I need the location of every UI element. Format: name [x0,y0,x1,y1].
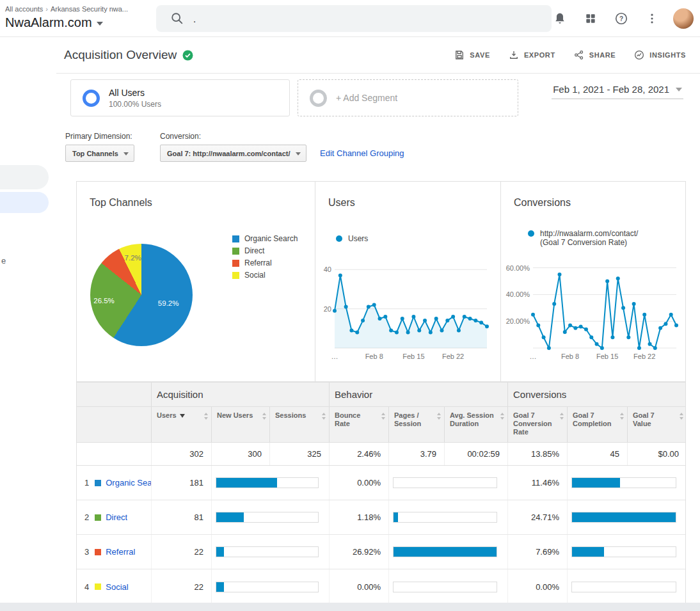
help-icon: ? [614,12,628,26]
help-button[interactable]: ? [609,6,633,31]
conversions-legend-dot [528,230,534,237]
column-header-sessions[interactable]: Sessions [270,407,330,442]
channel-link[interactable]: Direct [106,512,127,522]
insights-button[interactable]: INSIGHTS [633,49,686,61]
date-range-text: Feb 1, 2021 - Feb 28, 2021 [553,84,669,95]
svg-text:20: 20 [324,305,331,313]
channel-link[interactable]: Organic Search [106,478,151,488]
goal-rate-value: 11.46% [508,466,568,500]
conversion-dropdown[interactable]: Goal 7: http://nwaalarm.com/contact/ [160,145,306,162]
share-button[interactable]: SHARE [573,49,616,61]
export-button[interactable]: EXPORT [508,49,555,61]
sort-toggle-icon [381,413,386,420]
breadcrumb-account[interactable]: Arkansas Security nwa... [51,5,128,13]
primary-dimension-dropdown[interactable]: Top Channels [65,145,134,162]
svg-text:Feb 8: Feb 8 [365,353,383,360]
segment-all-users[interactable]: All Users 100.00% Users [70,79,290,116]
column-header-pages-session[interactable]: Pages / Session [389,407,445,442]
column-label: Users [157,411,177,419]
column-header-goal-value[interactable]: Goal 7 Value [628,407,687,442]
summary-avg-duration: 00:02:59 [445,443,508,465]
channel-link[interactable]: Social [106,582,128,592]
column-label: New Users [217,411,253,419]
column-label: Sessions [275,411,306,419]
main-content: Acquisition Overview SAVE EXPORT SHARE [56,37,700,603]
svg-text:20.00%: 20.00% [506,317,530,325]
conversions-legend: http://nwaalarm.com/contact/ (Goal 7 Con… [528,229,638,247]
column-header-goal-completion[interactable]: Goal 7 Completion [568,407,628,442]
channel-cell: 2 Direct [77,500,152,534]
chart-title-users: Users [328,197,355,209]
bounce-rate-value: 26.92% [330,535,389,569]
sort-toggle-icon [262,413,267,420]
avatar[interactable] [673,8,694,29]
sidebar-item-partial[interactable] [0,165,49,189]
date-range-picker[interactable]: Feb 1, 2021 - Feb 28, 2021 [552,83,683,99]
segment-ring-icon [83,90,100,107]
save-button[interactable]: SAVE [454,49,490,61]
column-header-bounce-rate[interactable]: Bounce Rate [330,407,389,442]
topbar: All accountsArkansas Security nwa... Nwa… [0,0,700,37]
channel-cell: 3 Referral [77,535,152,569]
legend-swatch [232,235,239,242]
sort-desc-icon [180,414,185,418]
column-header-new-users[interactable]: New Users [212,407,270,442]
users-bar [212,466,330,500]
top-channels-card: Top Channels 59.2%26.5%7.2% Organic Sear… [76,181,315,382]
legend-label: Organic Search [244,233,298,245]
segment-title: All Users [109,88,161,98]
goal-rate-value: 7.69% [508,535,568,569]
insights-icon [633,49,645,61]
summary-pages-session: 3.79 [389,443,445,465]
column-label: Goal 7 Completion [573,411,612,427]
add-segment-button[interactable]: + Add Segment [298,79,518,116]
column-label: Pages / Session [394,411,421,427]
channel-color-swatch [95,480,101,486]
conversions-legend-line2: (Goal 7 Conversion Rate) [540,238,638,247]
summary-sessions: 325 [270,443,330,465]
users-value: 81 [152,500,212,534]
search-input[interactable] [193,13,552,24]
more-options-button[interactable] [640,6,664,31]
share-icon [573,49,585,61]
table-row: 1 Organic Search 181 0.00% 11.46% [77,466,685,500]
breadcrumb-all-accounts[interactable]: All accounts [5,5,43,13]
legend-label: Referral [244,257,272,269]
summary-goal-completion: 45 [568,443,628,465]
channel-color-swatch [95,583,101,590]
bounce-rate-bar [389,466,508,500]
pie-slice-label: 59.2% [158,299,179,307]
column-header-goal-rate[interactable]: Goal 7 Conversion Rate [508,407,568,442]
column-header-avg-duration[interactable]: Avg. Session Duration [445,407,508,442]
column-header-users[interactable]: Users [152,407,212,442]
bottom-strip [0,603,700,611]
search-bar[interactable] [156,5,552,32]
notifications-button[interactable] [548,6,572,31]
channel-cell: 1 Organic Search [77,466,152,500]
account-switcher[interactable]: NwaAlarm.com [5,15,103,30]
summary-bounce-rate: 2.46% [330,443,389,465]
svg-text:60.00%: 60.00% [506,264,530,272]
channel-color-swatch [95,549,101,555]
svg-text:…: … [530,353,537,360]
goal-rate-bar [568,569,687,604]
legend-label: Direct [244,245,264,257]
sort-toggle-icon [322,413,326,420]
legend-item: Direct [232,245,298,257]
table-group-header: Acquisition Behavior Conversions [77,383,685,407]
more-vertical-icon [646,12,658,25]
column-label: Bounce Rate [335,411,360,427]
row-index: 4 [84,582,89,592]
conversions-card: Conversions http://nwaalarm.com/contact/… [500,181,686,382]
channel-link[interactable]: Referral [106,547,135,557]
account-title: NwaAlarm.com [5,15,92,30]
svg-text:?: ? [619,15,623,22]
sort-toggle-icon [437,413,441,420]
chevron-down-icon [296,152,301,155]
apps-grid-button[interactable] [578,6,603,31]
share-label: SHARE [589,51,616,59]
legend-item: Social [232,269,298,282]
sidebar-item-partial-selected[interactable] [0,192,49,213]
summary-new-users: 300 [212,443,270,465]
edit-channel-grouping-link[interactable]: Edit Channel Grouping [320,148,404,158]
